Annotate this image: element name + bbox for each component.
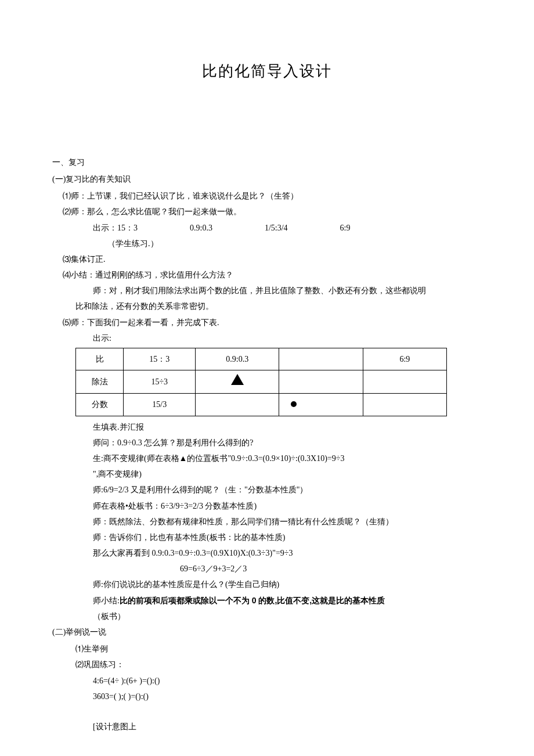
section-1-heading: 一、复习 <box>52 155 482 170</box>
subsection-1-heading: (一)复习比的有关知识 <box>52 172 482 186</box>
text-line: ⑶集体订正. <box>63 252 482 267</box>
text-line: 生填表.并汇报 <box>93 420 482 434</box>
text-line: 师:你们说说比的基本性质应是什么？(学生自己归纳) <box>93 577 482 592</box>
text-line: 师：既然除法、分数都有规律和性质，那么同学们猜一猜比有什么性质呢？（生猜） <box>93 514 482 529</box>
ratio-table: 比 15：3 0.9:0.3 6:9 除法 15÷3 分数 15/3 <box>75 348 447 416</box>
summary-prefix: 师小结: <box>93 596 120 605</box>
page-title: 比的化简导入设计 <box>52 58 482 85</box>
text-line: ⑷小结：通过刚刚的练习，求比值用什么方法？ <box>63 268 482 282</box>
table-cell: 分数 <box>76 394 124 416</box>
subsection-2-heading: (二)举例说一说 <box>52 625 482 639</box>
table-cell: 15/3 <box>124 394 196 416</box>
example-item: 1/5:3/4 <box>265 221 288 235</box>
design-intent-line: [设计意图上 <box>93 719 482 734</box>
text-line: 师:6/9=2/3 又是利用什么得到的呢？（生："分数基本性质"） <box>93 483 482 497</box>
table-cell: 6:9 <box>363 348 446 370</box>
text-line: 生:商不变规律(师在表格▲的位置板书"0.9÷:0.3=(0.9×10)÷:(0… <box>93 451 482 466</box>
table-cell: 除法 <box>76 370 124 394</box>
example-item: 出示：15：3 <box>93 221 138 235</box>
table-cell: 比 <box>76 348 124 370</box>
example-row: 出示：15：3 0.9:0.3 1/5:3/4 6:9 <box>93 221 482 235</box>
text-line: ⑴生举例 <box>75 642 482 656</box>
table-row: 除法 15÷3 <box>76 370 447 394</box>
text-line: ⑵巩固练习： <box>75 657 482 672</box>
text-line: ⑵师：那么，怎么求比值呢？我们一起来做一做。 <box>63 204 482 219</box>
exercise-line: 4:6=(4÷ ):(6+ )=():() <box>93 674 482 688</box>
text-line: 比和除法，还有分数的关系非常密切。 <box>75 299 482 314</box>
table-row: 分数 15/3 <box>76 394 447 416</box>
text-line: 师：对，刚才我们用除法求出两个数的比值，并且比值除了整数、小数还有分数，这些都说… <box>93 283 482 298</box>
text-line: 师问：0.9÷0.3 怎么算？那是利用什么得到的? <box>93 435 482 450</box>
example-item: 0.9:0.3 <box>190 221 212 235</box>
text-line: 出示: <box>93 331 482 345</box>
text-line: ⑴师：上节课，我们已经认识了比，谁来说说什么是比？（生答） <box>63 189 482 203</box>
table-cell-triangle <box>196 370 279 394</box>
table-cell <box>279 370 363 394</box>
table-cell <box>196 394 279 416</box>
table-cell: 15：3 <box>124 348 196 370</box>
text-line: 师在表格•处板书：6÷3/9÷3=2/3 分数基本性质) <box>93 499 482 513</box>
text-line: ⑸师：下面我们一起来看一看，并完成下表. <box>63 315 482 330</box>
exercise-line: 3603=( );( )=():() <box>93 689 482 704</box>
table-cell <box>363 370 446 394</box>
summary-line: 师小结:比的前项和后项都乘或除以一个不为 0 的数,比值不变,这就是比的基本性质 <box>93 593 482 608</box>
text-line: 那么大家再看到 0.9:0.3=0.9÷:0.3=(0.9X10)X:(0.3÷… <box>93 546 482 560</box>
text-line: 69=6÷3／9+3=2／3 <box>180 561 482 576</box>
table-cell-dot <box>279 394 363 416</box>
text-line: （学生练习.） <box>107 236 482 251</box>
table-cell <box>363 394 446 416</box>
summary-bold: 比的前项和后项都乘或除以一个不为 0 的数,比值不变,这就是比的基本性质 <box>120 596 385 605</box>
table-cell <box>279 348 363 370</box>
table-row: 比 15：3 0.9:0.3 6:9 <box>76 348 447 370</box>
table-cell: 15÷3 <box>124 370 196 394</box>
text-line: （板书） <box>93 609 482 624</box>
triangle-icon <box>231 374 244 385</box>
example-item: 6:9 <box>340 221 351 235</box>
dot-icon <box>291 401 297 407</box>
text-line: 师：告诉你们，比也有基本性质(板书：比的基本性质) <box>93 530 482 545</box>
table-cell: 0.9:0.3 <box>196 348 279 370</box>
text-line: ",商不变规律) <box>93 467 482 481</box>
